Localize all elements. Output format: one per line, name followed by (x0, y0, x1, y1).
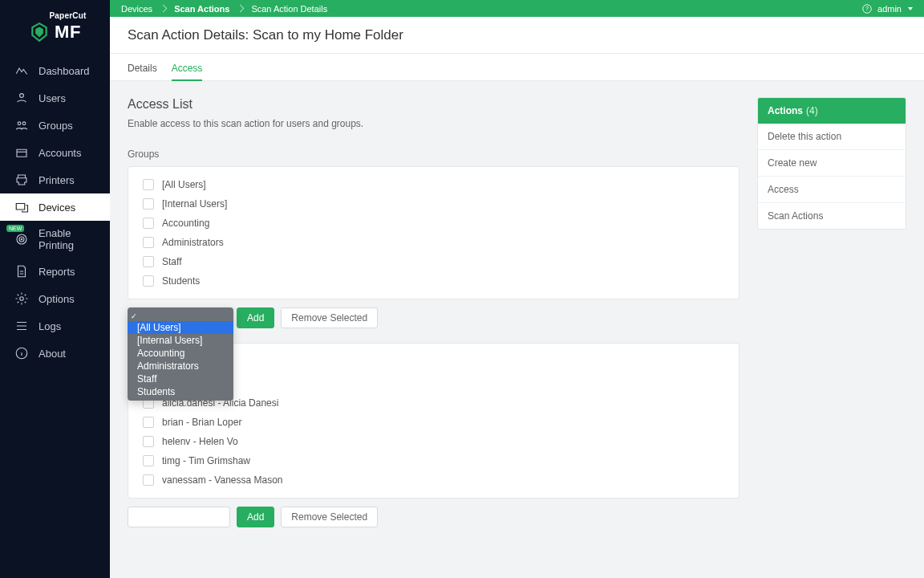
devices-icon (14, 200, 29, 214)
printers-icon (14, 173, 29, 187)
users-icon (14, 91, 29, 105)
checkbox[interactable] (143, 436, 154, 447)
section-title: Access List (128, 97, 740, 112)
checkbox[interactable] (143, 237, 154, 248)
crumb-scan-actions[interactable]: Scan Actions (174, 4, 229, 14)
user-row: helenv - Helen Vo (128, 432, 739, 451)
group-row: [Internal Users] (128, 194, 739, 214)
group-name: [Internal Users] (162, 198, 227, 210)
crumb-scan-action-details[interactable]: Scan Action Details (251, 4, 327, 14)
users-add-button[interactable]: Add (237, 507, 274, 527)
action-link-access[interactable]: Access (758, 176, 906, 202)
sidebar-item-printers[interactable]: Printers (0, 166, 110, 193)
groups-label: Groups (128, 149, 740, 160)
dashboard-icon (14, 63, 29, 78)
users-action-row: Add Remove Selected (128, 507, 740, 527)
sidebar-item-label: Enable Printing (38, 227, 99, 251)
group-name: Accounting (162, 218, 209, 229)
dropdown-option[interactable]: Accounting (128, 347, 233, 360)
sidebar-item-devices[interactable]: Devices (0, 193, 110, 221)
user-name: timg - Tim Grimshaw (162, 455, 250, 466)
logs-icon (14, 319, 29, 333)
topbar: DevicesScan ActionsScan Action Details ?… (110, 0, 924, 17)
checkbox[interactable] (143, 179, 154, 190)
svg-point-6 (20, 297, 24, 301)
dropdown-option[interactable]: Students (128, 385, 233, 398)
sidebar-item-about[interactable]: About (0, 340, 110, 367)
page-title: Scan Action Details: Scan to my Home Fol… (110, 17, 924, 54)
breadcrumb: DevicesScan ActionsScan Action Details (121, 4, 327, 14)
checkbox[interactable] (143, 218, 154, 229)
user-row: vanessam - Vanessa Mason (128, 470, 739, 490)
group-name: Students (162, 275, 200, 287)
sidebar-item-accounts[interactable]: Accounts (0, 139, 110, 166)
checkbox[interactable] (143, 198, 154, 210)
hex-icon (29, 22, 50, 43)
sidebar-item-label: Users (38, 92, 66, 104)
checkbox[interactable] (143, 275, 154, 287)
checkbox[interactable] (143, 474, 154, 486)
sidebar-item-users[interactable]: Users (0, 84, 110, 112)
svg-point-2 (22, 122, 26, 125)
dropdown-option[interactable]: Staff (128, 372, 233, 385)
help-icon[interactable]: ? (861, 3, 873, 14)
dropdown-option-blank[interactable] (128, 310, 233, 321)
users-remove-button[interactable]: Remove Selected (281, 507, 378, 527)
svg-text:?: ? (865, 6, 869, 11)
user-name: admin (877, 4, 902, 14)
sidebar-item-label: Logs (38, 320, 61, 332)
sidebar-item-label: Accounts (38, 147, 81, 159)
chevron-right-icon (237, 5, 245, 13)
dropdown-option[interactable]: [Internal Users] (128, 334, 233, 347)
main: Access List Enable access to this scan a… (110, 81, 924, 578)
group-row: Staff (128, 252, 739, 271)
tab-details[interactable]: Details (128, 54, 157, 80)
svg-point-0 (20, 94, 24, 98)
svg-point-5 (21, 238, 22, 240)
dropdown-option[interactable]: [All Users] (128, 321, 233, 334)
subtabs: DetailsAccess (110, 54, 924, 81)
group-name: Administrators (162, 237, 224, 248)
groups-action-row: Add Remove Selected [All Users][Internal… (128, 307, 740, 328)
sidebar-item-enable-printing[interactable]: NEWEnable Printing (0, 221, 110, 258)
chevron-down-icon (908, 7, 913, 10)
user-name: vanessam - Vanessa Mason (162, 474, 283, 486)
user-name: helenv - Helen Vo (162, 436, 238, 447)
groups-dropdown[interactable]: [All Users][Internal Users]AccountingAdm… (128, 307, 233, 401)
checkbox[interactable] (143, 417, 154, 428)
action-link-create-new[interactable]: Create new (758, 149, 906, 176)
reports-icon (14, 264, 29, 279)
sidebar-item-logs[interactable]: Logs (0, 312, 110, 340)
action-link-delete-this-action[interactable]: Delete this action (758, 124, 906, 149)
user-name: brian - Brian Loper (162, 417, 241, 428)
sidebar-nav: DashboardUsersGroupsAccountsPrintersDevi… (0, 57, 110, 367)
sidebar-item-label: Dashboard (38, 65, 90, 77)
groups-remove-button[interactable]: Remove Selected (281, 307, 378, 328)
users-input[interactable] (128, 507, 230, 527)
sidebar-item-label: About (38, 348, 66, 360)
sidebar-item-groups[interactable]: Groups (0, 112, 110, 139)
checkbox[interactable] (143, 256, 154, 267)
sidebar-item-reports[interactable]: Reports (0, 258, 110, 285)
accounts-icon (14, 145, 29, 160)
dropdown-option[interactable]: Administrators (128, 360, 233, 372)
group-row: Administrators (128, 233, 739, 252)
checkbox[interactable] (143, 455, 154, 466)
about-icon (14, 346, 29, 360)
groups-panel: [All Users][Internal Users]AccountingAdm… (128, 166, 740, 299)
sidebar-item-dashboard[interactable]: Dashboard (0, 57, 110, 84)
user-row: brian - Brian Loper (128, 413, 739, 432)
sidebar-item-label: Groups (38, 120, 73, 132)
action-link-scan-actions[interactable]: Scan Actions (758, 202, 906, 229)
svg-point-1 (18, 122, 21, 125)
user-menu[interactable]: ? admin (861, 3, 913, 14)
groups-add-button[interactable]: Add (237, 307, 274, 328)
sidebar-item-options[interactable]: Options (0, 285, 110, 312)
crumb-devices[interactable]: Devices (121, 4, 152, 14)
group-row: Students (128, 271, 739, 291)
group-name: [All Users] (162, 179, 206, 190)
target-icon (14, 232, 29, 246)
tab-access[interactable]: Access (172, 54, 203, 80)
brand-logo: PaperCut MF (0, 0, 110, 57)
group-row: Accounting (128, 214, 739, 233)
